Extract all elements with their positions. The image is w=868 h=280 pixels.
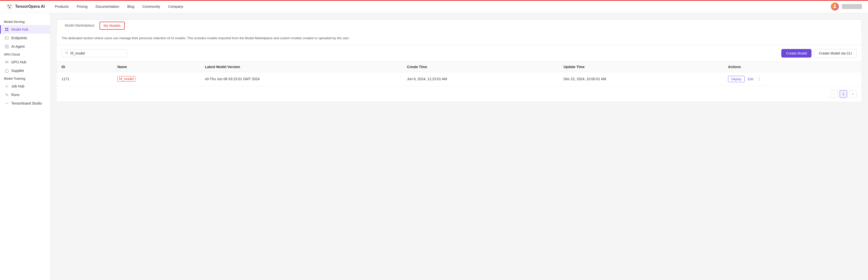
job-hub-icon — [5, 84, 9, 88]
pagination-prev[interactable]: ‹ — [830, 90, 838, 98]
svg-point-14 — [6, 46, 7, 47]
navbar-nav: Products Pricing Documentation Blog Comm… — [55, 4, 831, 8]
col-header-update-time: Update Time — [558, 62, 723, 72]
cell-actions: Deploy Edit ⋮ — [723, 72, 862, 86]
sidebar-item-ai-agent[interactable]: AI Agent — [0, 42, 50, 51]
sidebar-item-gpu-hub-label: GPU Hub — [11, 60, 26, 64]
pagination: ‹ 1 › — [57, 86, 862, 102]
sidebar-item-endpoints-label: Endpoints — [11, 36, 27, 40]
sidebar-item-supplier[interactable]: Supplier — [0, 66, 50, 75]
table-row: 1171 hf_model v0-Thu Jun 06 03:23:01 GMT… — [57, 72, 862, 86]
nav-item-documentation[interactable]: Documentation — [95, 4, 119, 8]
tensorboard-icon — [5, 101, 9, 105]
model-table: ID Name Latest Model Version Create Time… — [57, 62, 862, 86]
col-header-actions: Actions — [723, 62, 862, 72]
navbar: TensorOpera AI Products Pricing Document… — [0, 0, 868, 13]
sidebar-item-tensorboard[interactable]: Tensorboard Studio — [0, 99, 50, 107]
sidebar-item-model-hub[interactable]: Model Hub — [0, 25, 50, 34]
sidebar-section-gpu-cloud: GPU Cloud — [0, 51, 50, 58]
sidebar-item-job-hub-label: Job Hub — [11, 84, 24, 88]
sidebar-item-model-hub-label: Model Hub — [11, 27, 28, 31]
svg-point-17 — [6, 94, 7, 95]
sidebar-item-runs[interactable]: Runs — [0, 91, 50, 99]
pagination-page-1[interactable]: 1 — [840, 90, 847, 98]
nav-item-blog[interactable]: Blog — [127, 4, 134, 8]
deploy-button[interactable]: Deploy — [728, 76, 745, 82]
svg-point-16 — [6, 86, 7, 87]
sidebar: Model Serving Model Hub Endpoints AI Age… — [0, 13, 50, 280]
search-input[interactable] — [70, 51, 124, 55]
endpoints-icon — [5, 36, 9, 40]
logo-text: TensorOpera AI — [15, 4, 45, 9]
layout: Model Serving Model Hub Endpoints AI Age… — [0, 13, 868, 280]
svg-rect-15 — [5, 61, 8, 63]
col-header-version: Latest Model Version — [200, 62, 402, 72]
col-header-id: ID — [57, 62, 112, 72]
nav-item-pricing[interactable]: Pricing — [77, 4, 88, 8]
sidebar-item-gpu-hub[interactable]: GPU Hub — [0, 58, 50, 66]
user-avatar[interactable] — [831, 2, 839, 10]
content-card: Model Marketplace My Models The dedicate… — [56, 19, 862, 102]
sidebar-section-model-training: Model Training — [0, 75, 50, 82]
avatar-icon — [833, 4, 837, 9]
gpu-hub-icon — [5, 60, 9, 64]
supplier-icon — [5, 69, 9, 73]
runs-icon — [5, 93, 9, 97]
svg-point-0 — [6, 3, 13, 10]
svg-rect-9 — [5, 30, 6, 31]
description-bar: The dedicated section where users can ma… — [57, 32, 862, 45]
cell-create-time: Jun 6, 2024, 11:23:01 AM — [402, 72, 559, 86]
toolbar: Create Model Create Model via CLI — [57, 45, 862, 62]
create-model-button[interactable]: Create Model — [781, 49, 811, 58]
table-header-row: ID Name Latest Model Version Create Time… — [57, 62, 862, 72]
cell-name: hf_model — [112, 72, 200, 86]
nav-item-community[interactable]: Community — [143, 4, 160, 8]
svg-point-18 — [65, 52, 67, 54]
cell-update-time: Dec 22, 2024, 10:00:01 AM — [558, 72, 723, 86]
sidebar-item-tensorboard-label: Tensorboard Studio — [11, 101, 42, 105]
edit-button[interactable]: Edit — [746, 76, 755, 82]
search-box — [62, 49, 127, 57]
sidebar-item-supplier-label: Supplier — [11, 69, 24, 73]
logo[interactable]: TensorOpera AI — [6, 3, 45, 10]
svg-rect-10 — [7, 30, 8, 31]
nav-item-products[interactable]: Products — [55, 4, 69, 8]
svg-rect-7 — [5, 28, 6, 29]
col-header-name: Name — [112, 62, 200, 72]
logo-icon — [6, 3, 13, 10]
toolbar-buttons: Create Model Create Model via CLI — [781, 49, 857, 58]
pagination-next[interactable]: › — [849, 90, 857, 98]
sidebar-section-model-serving: Model Serving — [0, 18, 50, 25]
nav-item-company[interactable]: Company — [168, 4, 183, 8]
navbar-right — [831, 2, 862, 10]
tab-model-marketplace[interactable]: Model Marketplace — [61, 20, 98, 31]
main-content: Model Marketplace My Models The dedicate… — [50, 13, 868, 280]
tab-my-models[interactable]: My Models — [99, 22, 125, 30]
more-button[interactable]: ⋮ — [756, 76, 763, 83]
model-name-link[interactable]: hf_model — [117, 76, 135, 82]
sidebar-item-runs-label: Runs — [11, 93, 20, 97]
svg-rect-8 — [7, 28, 8, 29]
ai-agent-icon — [5, 44, 9, 49]
sidebar-item-endpoints[interactable]: Endpoints — [0, 34, 50, 42]
top-accent-bar — [0, 0, 868, 1]
tab-bar: Model Marketplace My Models — [57, 19, 862, 32]
cell-id: 1171 — [57, 72, 112, 86]
search-icon — [65, 51, 68, 55]
sidebar-item-job-hub[interactable]: Job Hub — [0, 82, 50, 91]
col-header-create-time: Create Time — [402, 62, 559, 72]
cell-version: v0-Thu Jun 06 03:23:01 GMT 2024 — [200, 72, 402, 86]
svg-rect-13 — [5, 45, 8, 48]
actions-cell: Deploy Edit ⋮ — [728, 76, 857, 83]
user-info-bar — [842, 4, 862, 9]
create-model-cli-button[interactable]: Create Model via CLI — [814, 49, 857, 58]
sidebar-item-ai-agent-label: AI Agent — [11, 44, 25, 49]
svg-point-12 — [5, 38, 6, 38]
model-hub-icon — [5, 27, 9, 31]
